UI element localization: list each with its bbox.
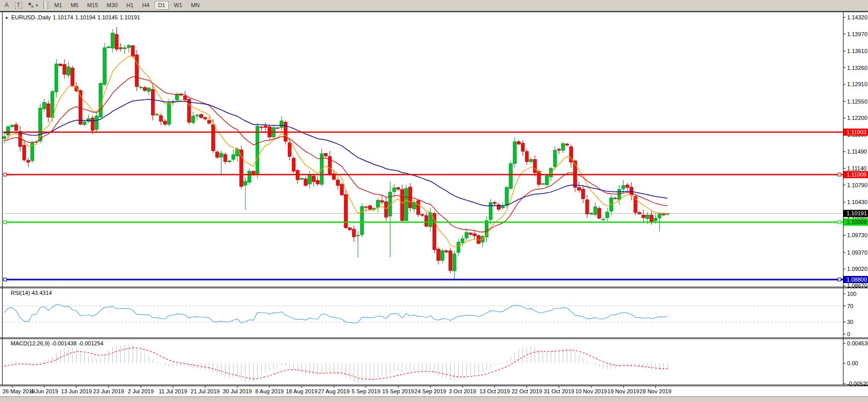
price-tag-resistance-lower: 1.11009 [844, 171, 868, 178]
svg-text:-0.005205: -0.005205 [847, 381, 868, 387]
textbox-icon: T [15, 2, 22, 9]
svg-text:1.09370: 1.09370 [847, 249, 867, 256]
toolbar-separator [43, 1, 45, 9]
svg-text:100: 100 [847, 291, 856, 297]
svg-text:1.11009: 1.11009 [847, 171, 866, 178]
open-value: 1.10174 [53, 14, 73, 20]
svg-text:10 Nov 2019: 10 Nov 2019 [575, 388, 607, 394]
hline-handle[interactable] [838, 173, 841, 176]
svg-text:31 Oct 2019: 31 Oct 2019 [543, 388, 574, 394]
price-tag-resistance-upper: 1.11903 [844, 129, 868, 136]
low-value: 1.10145 [97, 14, 118, 20]
svg-text:1.10430: 1.10430 [847, 199, 867, 205]
svg-text:8 Aug 2019: 8 Aug 2019 [255, 388, 284, 394]
svg-text:1.13260: 1.13260 [847, 65, 867, 71]
shapes-icon: ◆◆ [28, 2, 35, 9]
shapes-tool-button[interactable]: ◆◆ ▾ [26, 1, 40, 10]
svg-text:4 Jun 2019: 4 Jun 2019 [31, 388, 58, 394]
svg-text:2 Jul 2019: 2 Jul 2019 [128, 388, 154, 394]
font-tool-label: A [5, 2, 9, 9]
svg-text:1.12200: 1.12200 [847, 115, 867, 121]
timeframe-button-M15[interactable]: M15 [84, 1, 102, 10]
svg-text:1.09730: 1.09730 [847, 232, 867, 238]
svg-text:1.12910: 1.12910 [847, 81, 867, 87]
timeframe-button-M5[interactable]: M5 [67, 1, 82, 10]
timeframe-group: M1M5M15M30H1H4D1W1MN [51, 1, 205, 10]
chevron-down-icon: ▾ [36, 3, 38, 8]
rsi-indicator-label: RSI(14) 43.4314 [11, 290, 52, 296]
svg-text:1.10790: 1.10790 [847, 182, 867, 188]
svg-text:23 Jun 2019: 23 Jun 2019 [93, 388, 125, 394]
textbox-tool-button[interactable]: T [13, 1, 24, 10]
hline-handle[interactable] [4, 278, 7, 281]
svg-text:30 Jul 2019: 30 Jul 2019 [223, 388, 252, 394]
svg-text:1.12550: 1.12550 [847, 98, 867, 105]
svg-text:1.08800: 1.08800 [847, 277, 867, 283]
svg-text:13 Oct 2019: 13 Oct 2019 [479, 388, 510, 394]
svg-text:18 Aug 2019: 18 Aug 2019 [286, 388, 317, 394]
svg-text:1.11903: 1.11903 [847, 129, 866, 135]
high-value: 1.10194 [75, 14, 95, 20]
timeframe-button-H1[interactable]: H1 [123, 1, 137, 10]
svg-text:24 Sep 2019: 24 Sep 2019 [414, 388, 446, 394]
svg-text:3 Oct 2019: 3 Oct 2019 [449, 388, 476, 394]
collapse-triangle-icon[interactable]: ▼ [5, 16, 9, 20]
toolbar: A T ◆◆ ▾ M1M5M15M30H1H4D1W1MN [0, 0, 868, 11]
hline-handle[interactable] [4, 220, 7, 223]
svg-text:1.13610: 1.13610 [847, 48, 867, 54]
symbol-period-label: EURUSD-,Daily [11, 14, 51, 20]
svg-text:28 Nov 2019: 28 Nov 2019 [639, 388, 671, 394]
svg-text:70: 70 [847, 303, 853, 309]
svg-text:30: 30 [847, 319, 853, 325]
svg-text:22 Oct 2019: 22 Oct 2019 [511, 388, 542, 394]
window-frame-top [0, 11, 868, 12]
price-tag-support-blue: 1.08800 [844, 276, 868, 283]
svg-text:1.09020: 1.09020 [847, 266, 867, 272]
timeframe-button-MN[interactable]: MN [187, 1, 203, 10]
price-tag-support-green: 1.10008 [844, 218, 868, 225]
price-tag-bid: 1.10191 [844, 210, 868, 217]
timeframe-button-H4[interactable]: H4 [139, 1, 153, 10]
timeframe-button-M30[interactable]: M30 [103, 1, 121, 10]
svg-text:19 Nov 2019: 19 Nov 2019 [607, 388, 639, 394]
chart-ohlc-header: ▼EURUSD-,Daily1.101741.101941.101451.101… [5, 14, 142, 20]
svg-text:0.00: 0.00 [847, 360, 858, 366]
toolbar-grip-handle[interactable] [47, 2, 48, 9]
svg-text:5 Sep 2019: 5 Sep 2019 [352, 388, 380, 394]
svg-text:1.14320: 1.14320 [847, 14, 867, 20]
chart-background [0, 11, 868, 402]
window-bottom-strip [0, 396, 868, 402]
close-value: 1.10191 [120, 14, 140, 20]
font-tool-button[interactable]: A [3, 1, 11, 10]
macd-indicator-label: MACD(12,26,9) -0.001438 -0.001254 [11, 340, 104, 346]
svg-text:21 Jul 2019: 21 Jul 2019 [191, 388, 220, 394]
hline-handle[interactable] [4, 173, 7, 176]
timeframe-button-M1[interactable]: M1 [51, 1, 65, 10]
svg-text:1.10191: 1.10191 [847, 210, 867, 216]
svg-text:0: 0 [847, 331, 850, 337]
chart-canvas[interactable]: 1.143201.139701.136101.132601.129101.125… [0, 0, 868, 402]
svg-text:27 Aug 2019: 27 Aug 2019 [318, 388, 350, 394]
timeframe-button-W1[interactable]: W1 [170, 1, 186, 10]
svg-text:1.11140: 1.11140 [847, 165, 866, 171]
timeframe-button-D1[interactable]: D1 [155, 1, 169, 10]
hline-handle[interactable] [838, 278, 841, 281]
svg-text:15 Sep 2019: 15 Sep 2019 [382, 388, 414, 394]
svg-text:1.11490: 1.11490 [847, 148, 867, 155]
svg-text:0.004536: 0.004536 [847, 340, 868, 346]
svg-text:1.08670: 1.08670 [847, 283, 867, 289]
svg-text:13 Jun 2019: 13 Jun 2019 [61, 388, 92, 394]
svg-text:11 Jul 2019: 11 Jul 2019 [159, 388, 187, 394]
svg-text:1.13970: 1.13970 [847, 31, 867, 37]
svg-text:1.10008: 1.10008 [847, 219, 867, 225]
hline-handle[interactable] [838, 220, 841, 223]
